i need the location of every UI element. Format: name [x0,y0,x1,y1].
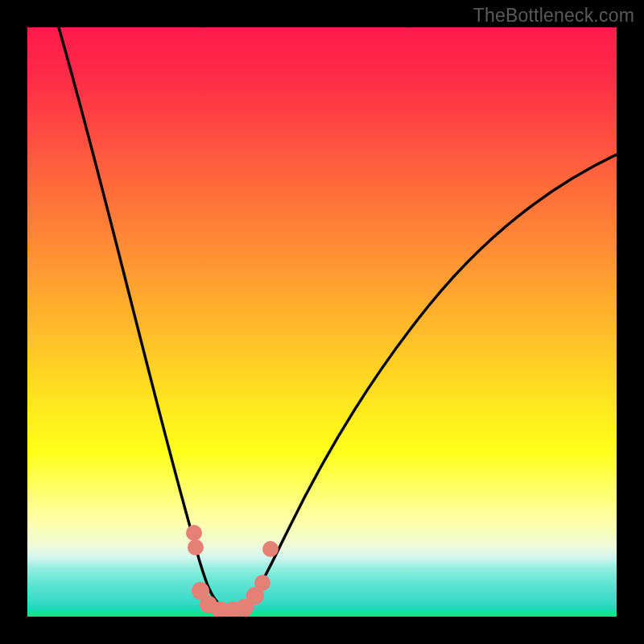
plot-area [27,27,617,617]
chart-frame: TheBottleneck.com [0,0,644,644]
highlight-dots [186,525,279,617]
svg-point-9 [262,541,279,557]
svg-point-0 [186,525,202,541]
bottleneck-curve [27,27,617,617]
watermark-text: TheBottleneck.com [473,5,634,27]
svg-point-8 [254,575,270,591]
svg-point-1 [188,539,204,555]
